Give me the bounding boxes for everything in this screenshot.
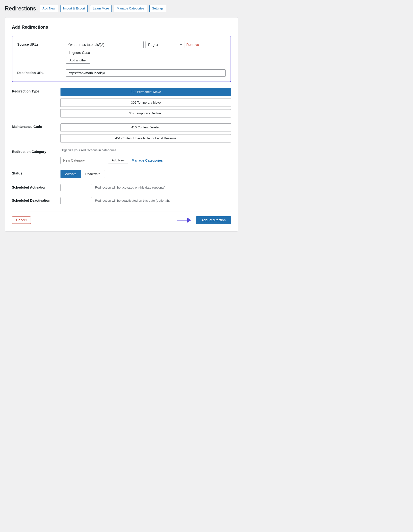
maintenance-code-label: Maintenance Code <box>12 123 60 129</box>
scheduled-activation-description: Redirection will be activated on this da… <box>95 186 166 189</box>
code-410-button[interactable]: 410 Content Deleted <box>60 123 231 132</box>
manage-categories-link[interactable]: Manage Categories <box>132 159 163 162</box>
scheduled-activation-input[interactable] <box>60 184 92 191</box>
destination-url-controls <box>66 69 226 77</box>
redirection-category-label: Redirection Category <box>12 148 60 154</box>
footer-divider <box>12 211 231 211</box>
category-text-input[interactable] <box>60 157 108 164</box>
arrow-icon <box>177 217 191 224</box>
type-302-button[interactable]: 302 Temporary Move <box>60 99 231 107</box>
deactivate-button[interactable]: Deactivate <box>81 170 105 178</box>
form-footer: Cancel Add Redirection <box>12 216 231 224</box>
status-label: Status <box>12 170 60 175</box>
source-destination-box: Source URLs Regex Exact Contains Remove … <box>12 36 231 82</box>
code-451-button[interactable]: 451 Content Unavailable for Legal Reason… <box>60 134 231 142</box>
activate-button[interactable]: Activate <box>60 170 81 178</box>
add-another-button[interactable]: Add another <box>66 57 90 64</box>
maintenance-code-row: Maintenance Code 410 Content Deleted 451… <box>12 123 231 142</box>
scheduled-deactivation-input[interactable] <box>60 197 92 204</box>
source-urls-row: Source URLs Regex Exact Contains Remove … <box>17 41 226 64</box>
status-button-group: Activate Deactivate <box>60 170 231 178</box>
ignore-case-label: Ignore Case <box>71 51 90 55</box>
scheduled-activation-row: Scheduled Activation Redirection will be… <box>12 184 231 191</box>
import-export-button[interactable]: Import & Export <box>60 5 88 12</box>
redirection-type-label: Redirection Type <box>12 88 60 93</box>
maintenance-code-controls: 410 Content Deleted 451 Content Unavaila… <box>60 123 231 142</box>
scheduled-activation-inner: Redirection will be activated on this da… <box>60 184 231 191</box>
redirection-category-row: Redirection Category Organize your redir… <box>12 148 231 164</box>
scheduled-deactivation-row: Scheduled Deactivation Redirection will … <box>12 197 231 204</box>
remove-link[interactable]: Remove <box>186 43 199 47</box>
source-urls-controls: Regex Exact Contains Remove Ignore Case … <box>66 41 226 64</box>
source-urls-label: Source URLs <box>17 41 66 46</box>
svg-marker-1 <box>187 218 191 223</box>
category-add-new-button[interactable]: Add New <box>108 157 128 164</box>
cancel-button[interactable]: Cancel <box>12 217 31 224</box>
ignore-case-checkbox[interactable] <box>66 51 69 54</box>
page-header: Redirections Add New Import & Export Lea… <box>5 5 408 12</box>
regex-select[interactable]: Regex Exact Contains <box>146 41 184 48</box>
category-description: Organize your redirections in categories… <box>60 148 231 152</box>
settings-button[interactable]: Settings <box>149 5 166 12</box>
ignore-case-row: Ignore Case <box>66 51 226 55</box>
source-url-input[interactable] <box>66 41 144 48</box>
category-input-row: Add New Manage Categories <box>60 157 231 164</box>
footer-right: Add Redirection <box>177 216 231 224</box>
add-redirection-button[interactable]: Add Redirection <box>196 216 231 224</box>
source-url-input-row: Regex Exact Contains Remove <box>66 41 226 48</box>
redirection-type-controls: 301 Permanent Move 302 Temporary Move 30… <box>60 88 231 118</box>
status-row: Status Activate Deactivate <box>12 170 231 178</box>
scheduled-deactivation-description: Redirection will be deactivated on this … <box>95 199 170 202</box>
destination-url-row: Destination URL <box>17 69 226 77</box>
main-card: Add Redirections Source URLs Regex Exact… <box>5 17 238 232</box>
redirection-type-row: Redirection Type 301 Permanent Move 302 … <box>12 88 231 118</box>
scheduled-deactivation-inner: Redirection will be deactivated on this … <box>60 197 231 204</box>
card-title: Add Redirections <box>12 25 231 30</box>
scheduled-deactivation-label: Scheduled Deactivation <box>12 197 60 202</box>
add-new-button[interactable]: Add New <box>40 5 58 12</box>
page-title: Redirections <box>5 5 36 12</box>
manage-categories-header-button[interactable]: Manage Categories <box>114 5 147 12</box>
redirection-category-controls: Organize your redirections in categories… <box>60 148 231 164</box>
scheduled-activation-controls: Redirection will be activated on this da… <box>60 184 231 191</box>
scheduled-deactivation-controls: Redirection will be deactivated on this … <box>60 197 231 204</box>
status-controls: Activate Deactivate <box>60 170 231 178</box>
scheduled-activation-label: Scheduled Activation <box>12 184 60 189</box>
learn-more-button[interactable]: Learn More <box>90 5 111 12</box>
type-307-button[interactable]: 307 Temporary Redirect <box>60 109 231 117</box>
destination-url-label: Destination URL <box>17 69 66 75</box>
destination-url-input[interactable] <box>66 69 226 77</box>
type-301-button[interactable]: 301 Permanent Move <box>60 88 231 96</box>
